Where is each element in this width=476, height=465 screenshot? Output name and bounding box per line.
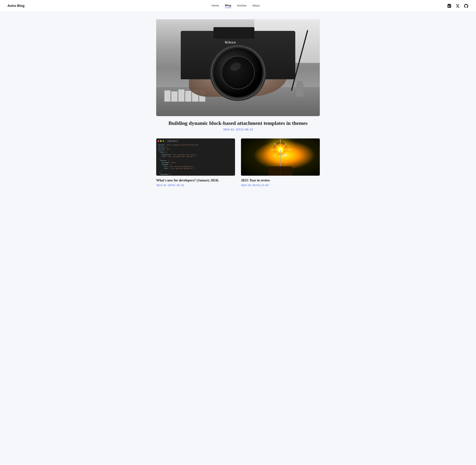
code-line: "fontFamily": "var(--wp-preset--font-fam…	[158, 175, 234, 176]
code-editor: theme.json × "$schema": "https://schemas…	[156, 138, 235, 176]
editor-tab: theme.json ×	[166, 140, 179, 142]
nav-blog[interactable]: Blog	[225, 4, 231, 8]
nav-archive[interactable]: Archive	[237, 4, 246, 8]
post-2-title: 2023: Year in review	[241, 178, 320, 182]
code-line: "typography": {	[158, 173, 234, 175]
code-line: },	[158, 158, 234, 160]
code-line: "padding": {	[158, 164, 234, 166]
lens-reflection	[229, 61, 242, 72]
mastodon-icon[interactable]	[447, 3, 451, 8]
post-1-title: What's new for developers? (January 2024…	[156, 178, 235, 182]
nikon-text: Nikon	[225, 41, 236, 44]
editor-titlebar: theme.json ×	[158, 140, 234, 143]
code-line: "version": 2,	[158, 146, 234, 148]
post-2-date: 2024-01-05T16:23:03	[241, 184, 320, 187]
code-line: "blockGap": "2rem",	[158, 162, 234, 164]
code-line: "color": {	[158, 152, 234, 154]
github-icon[interactable]	[464, 3, 469, 8]
site-header: Astro Blog Home Blog Archive About	[0, 0, 476, 12]
featured-image: Nikon	[156, 19, 320, 116]
featured-post[interactable]: Nikon Building dynamic block-based attac…	[156, 19, 320, 131]
code-line: "right": "var(--wp-preset-spacing--80 )"	[158, 168, 234, 169]
post-2-image	[241, 138, 320, 176]
main-content: Nikon Building dynamic block-based attac…	[153, 12, 323, 198]
site-title: Astro Blog	[7, 4, 25, 8]
code-line: "$schema": "https://schemas.wp.org/trunk…	[158, 144, 234, 146]
code-line: "background": "var(--wp-preset-color--wh…	[158, 154, 234, 156]
camera-bump	[213, 27, 254, 39]
twitter-icon[interactable]	[455, 3, 460, 8]
photo-tower	[296, 84, 303, 97]
main-nav: Home Blog Archive About	[212, 4, 260, 8]
code-line: "left": "var(--wp-preset-spacing--80 )",	[158, 166, 234, 168]
sparkle-ray	[280, 139, 280, 150]
code-line: "styles": {	[158, 150, 234, 152]
sparkler-hand	[269, 166, 292, 176]
post-1-date: 2024-01-10T16:20:26	[156, 184, 235, 187]
editor-dot-green	[163, 140, 164, 142]
header-social-icons	[447, 3, 469, 8]
code-line: "spacing": {	[158, 160, 234, 162]
post-1-image: theme.json × "$schema": "https://schemas…	[156, 138, 235, 176]
post-card-2[interactable]: 2023: Year in review 2024-01-05T16:23:03	[241, 138, 320, 186]
post-card-1[interactable]: theme.json × "$schema": "https://schemas…	[156, 138, 235, 186]
code-line: "settings": {},	[158, 148, 234, 150]
featured-image-wrapper: Nikon	[156, 19, 320, 116]
post-grid: theme.json × "$schema": "https://schemas…	[156, 138, 320, 186]
editor-dot-red	[158, 140, 159, 142]
nav-about[interactable]: About	[252, 4, 259, 8]
code-line: "text": "var(--wp-preset-color--contrast…	[158, 156, 234, 158]
camera-lens	[212, 46, 264, 99]
sparkler-image	[241, 138, 320, 176]
code-line: }	[158, 169, 234, 171]
nav-home[interactable]: Home	[212, 4, 219, 8]
featured-post-title: Building dynamic block-based attachment …	[156, 120, 320, 127]
editor-dot-yellow	[160, 140, 162, 142]
code-line: },	[158, 171, 234, 173]
lens-inner	[221, 56, 255, 89]
featured-post-date: 2024-01-22T22:09:53	[156, 128, 320, 131]
